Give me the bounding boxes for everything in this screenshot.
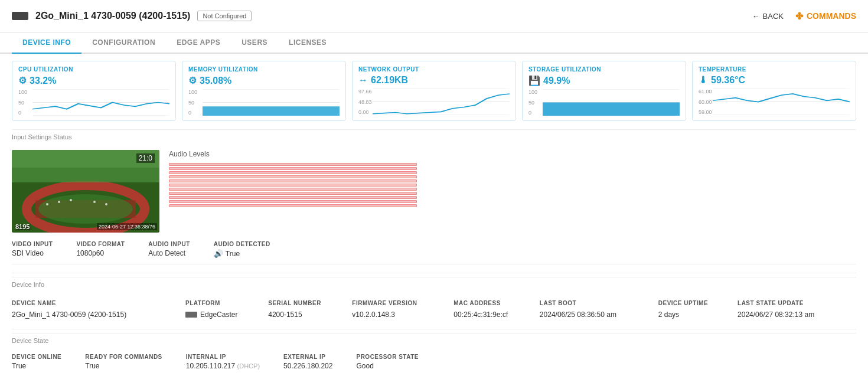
commands-button[interactable]: ✤ COMMANDS (795, 11, 856, 22)
tab-edge-apps[interactable]: EDGE APPS (166, 32, 231, 54)
temperature-title: TEMPERATURE (699, 66, 850, 73)
video-thumbnail: 21:0 8195 2024-06-27 12:36:38/76 (12, 150, 159, 233)
last-boot-cell: 2024/06/25 08:36:50 am (540, 309, 658, 321)
mac-cell: 00:25:4c:31:9e:cf (453, 309, 540, 321)
platform-icon (185, 312, 197, 318)
cpu-title: CPU UTILIZATION (18, 66, 169, 73)
network-chart-labels: 97.66 48.83 0.00 (358, 89, 371, 115)
device-info-section: Device Info DEVICE NAME PLATFORM SERIAL … (12, 273, 856, 321)
temperature-chart: 61.00 60.00 59.00 (699, 89, 850, 115)
video-overlay-timestamp: 2024-06-27 12:36:38/76 (97, 223, 157, 230)
cpu-value: ⚙ 33.2% (18, 75, 169, 86)
commands-icon: ✤ (795, 11, 803, 22)
device-info-row: 2Go_Mini_1 4730-0059 (4200-1515) EdgeCas… (12, 309, 856, 321)
back-arrow-icon: ← (752, 12, 760, 21)
mac-header: MAC ADDRESS (453, 298, 540, 309)
audio-bar-9 (169, 196, 417, 199)
audio-bar-8 (169, 192, 417, 195)
device-info-label: Device Info (12, 277, 856, 293)
temperature-chart-labels: 61.00 60.00 59.00 (699, 89, 712, 115)
audio-detected-label: AUDIO DETECTED (214, 241, 270, 247)
online-value: True (12, 362, 61, 370)
svg-rect-6 (203, 106, 340, 116)
storage-value: 💾 49.9% (528, 75, 680, 86)
ready-label: READY FOR COMMANDS (85, 354, 162, 360)
audio-bar-11 (169, 204, 417, 207)
svg-rect-13 (543, 103, 680, 116)
device-name-cell: 2Go_Mini_1 4730-0059 (4200-1515) (12, 309, 185, 321)
internal-ip-value: 10.205.110.217 (DHCP) (186, 362, 260, 370)
external-ip-value: 50.226.180.202 (283, 362, 332, 370)
processor-label: PROCESSOR STATE (356, 354, 418, 360)
audio-bar-4 (169, 175, 417, 178)
ready-col: READY FOR COMMANDS True (85, 354, 162, 370)
external-ip-label: EXTERNAL IP (283, 354, 332, 360)
device-state-section: Device State DEVICE ONLINE True READY FO… (12, 329, 856, 370)
audio-input-col: AUDIO INPUT Auto Detect (148, 241, 190, 258)
memory-value: ⚙ 35.08% (188, 75, 340, 86)
cpu-chart: 100 50 0 (18, 89, 169, 116)
audio-bar-7 (169, 188, 417, 191)
storage-title: STORAGE UTILIZATION (528, 66, 680, 73)
external-ip-col: EXTERNAL IP 50.226.180.202 (283, 354, 332, 370)
device-title: 2Go_Mini_1 4730-0059 (4200-1515) (35, 11, 190, 21)
audio-bar-1 (169, 163, 417, 166)
cpu-metric-card: CPU UTILIZATION ⚙ 33.2% 100 50 0 (12, 61, 176, 121)
platform-cell: EdgeCaster (185, 309, 268, 321)
serial-header: SERIAL NUMBER (268, 298, 352, 309)
network-title: NETWORK OUTPUT (358, 66, 510, 73)
storage-sparkline (543, 89, 680, 116)
audio-bar-10 (169, 200, 417, 203)
svg-point-26 (93, 201, 96, 203)
network-sparkline (373, 89, 510, 115)
video-info-row: VIDEO INPUT SDI Video VIDEO FORMAT 1080p… (12, 241, 856, 264)
svg-point-23 (46, 203, 48, 205)
cpu-sparkline (32, 89, 169, 116)
video-input-col: VIDEO INPUT SDI Video (12, 241, 53, 258)
network-value: ↔ 62.19KB (358, 75, 510, 86)
temperature-value: 🌡 59.36°C (699, 75, 850, 86)
audio-bar-3 (169, 171, 417, 174)
main-content: CPU UTILIZATION ⚙ 33.2% 100 50 0 (0, 54, 868, 377)
video-input-label: VIDEO INPUT (12, 241, 53, 247)
back-button[interactable]: ← BACK (752, 12, 784, 21)
tab-configuration[interactable]: CONFIGURATION (81, 32, 166, 54)
video-format-label: VIDEO FORMAT (76, 241, 125, 247)
device-state-row: DEVICE ONLINE True READY FOR COMMANDS Tr… (12, 354, 856, 370)
input-settings-row: 21:0 8195 2024-06-27 12:36:38/76 Audio L… (12, 150, 856, 233)
svg-point-25 (70, 199, 72, 201)
audio-input-label: AUDIO INPUT (148, 241, 190, 247)
device-state-label: Device State (12, 333, 856, 349)
memory-chart-labels: 100 50 0 (188, 89, 201, 116)
temperature-metric-card: TEMPERATURE 🌡 59.36°C 61.00 60.00 59.00 (692, 61, 856, 121)
video-overlay-id: 8195 (15, 223, 30, 230)
storage-metric-card: STORAGE UTILIZATION 💾 49.9% 100 50 0 (522, 61, 686, 121)
status-badge: Not Configured (197, 11, 252, 21)
server-icon (12, 12, 28, 20)
input-settings-label: Input Settings Status (12, 129, 856, 145)
storage-chart: 100 50 0 (528, 89, 680, 116)
audio-bar-5 (169, 179, 417, 182)
audio-bar-2 (169, 167, 417, 170)
audio-input-value: Auto Detect (148, 249, 190, 257)
online-label: DEVICE ONLINE (12, 354, 61, 360)
uptime-header: DEVICE UPTIME (658, 298, 738, 309)
header: 2Go_Mini_1 4730-0059 (4200-1515) Not Con… (0, 0, 868, 32)
temperature-sparkline (713, 89, 850, 115)
last-boot-header: LAST BOOT (540, 298, 658, 309)
network-icon: ↔ (358, 75, 368, 86)
audio-levels-section: Audio Levels (169, 150, 856, 233)
uptime-cell: 2 days (658, 309, 738, 321)
device-info-table: DEVICE NAME PLATFORM SERIAL NUMBER FIRMW… (12, 298, 856, 321)
video-format-col: VIDEO FORMAT 1080p60 (76, 241, 125, 258)
tab-device-info[interactable]: DEVICE INFO (12, 32, 81, 54)
svg-point-27 (105, 203, 107, 205)
audio-detected-col: AUDIO DETECTED 🔊 True (214, 241, 270, 258)
tab-licenses[interactable]: LICENSES (278, 32, 337, 54)
online-col: DEVICE ONLINE True (12, 354, 61, 370)
video-input-value: SDI Video (12, 249, 53, 257)
storage-icon: 💾 (528, 75, 540, 86)
audio-levels-bars (169, 163, 856, 207)
tab-users[interactable]: USERS (231, 32, 278, 54)
audio-levels-title: Audio Levels (169, 150, 856, 158)
